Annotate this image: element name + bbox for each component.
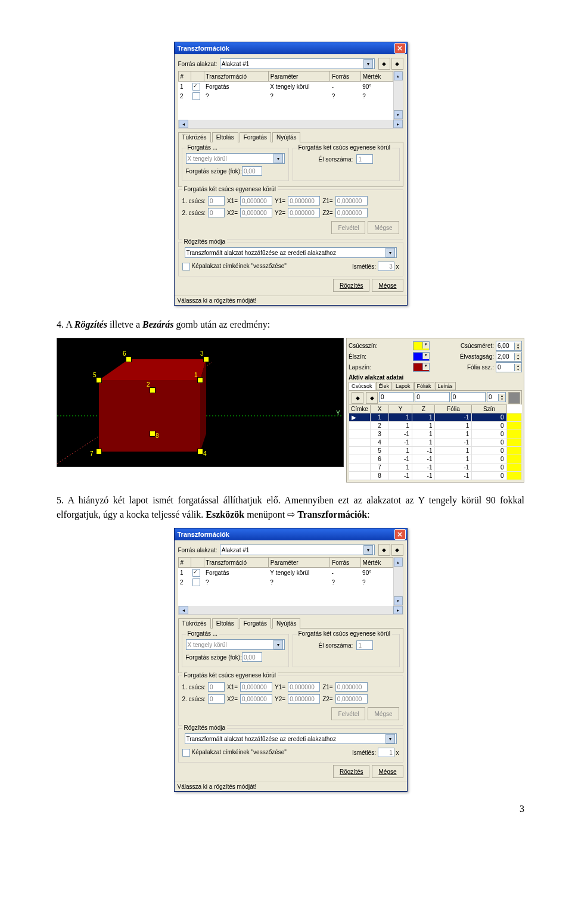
cancel-button[interactable]: Mégse	[368, 221, 399, 234]
add-button[interactable]: Felvétel	[331, 707, 365, 720]
tab-desc[interactable]: Leírás	[435, 382, 456, 390]
table-row[interactable]: 2 ? ? ? ?	[178, 91, 393, 101]
axis-y-label: Y	[336, 410, 340, 416]
foil-index-spinner[interactable]: 0▴▾	[496, 362, 522, 372]
color-cell[interactable]	[508, 392, 520, 404]
table-row: 4-11-10	[349, 438, 522, 447]
rotate-group: Forgatás ... X tengely körül ▾ Forgatás …	[182, 148, 289, 181]
svg-marker-3	[99, 359, 206, 380]
chevron-down-icon: ▾	[422, 363, 429, 370]
chevron-down-icon: ▾	[273, 154, 283, 163]
tab-vertices[interactable]: Csúcsok	[349, 382, 375, 390]
vertices-table[interactable]: CímkeXYZFóliaSzín ▶111-10 21110 3-1110 4…	[349, 405, 522, 480]
titlebar[interactable]: Transzformációk	[175, 528, 407, 540]
rotate-2vertex-group: Forgatás két csúcs egyenese körül Él sor…	[293, 148, 400, 181]
table-row[interactable]: 2 ? ? ? ?	[178, 577, 393, 587]
table-row: 51-110	[349, 447, 522, 455]
checkbox-icon[interactable]	[182, 749, 190, 757]
chevron-down-icon: ▾	[386, 248, 395, 257]
tab-mirror[interactable]: Tükrözés	[178, 618, 211, 629]
close-icon[interactable]	[394, 529, 406, 540]
edge-width-spinner[interactable]: 2,00▴▾	[496, 351, 522, 362]
nav-down-icon[interactable]: ◆	[366, 392, 378, 404]
scrollbar-vertical[interactable]: ▴▾	[393, 557, 403, 606]
table-row: 21110	[349, 422, 522, 430]
active-shape-title: Aktív alakzat adatai	[349, 374, 522, 381]
add-button[interactable]: Felvétel	[331, 221, 365, 234]
tab-mirror[interactable]: Tükrözés	[178, 132, 211, 142]
checkbox-icon[interactable]	[192, 569, 200, 577]
fix-button[interactable]: Rögzítés	[333, 279, 369, 292]
arrow-up-button[interactable]: ◆	[378, 58, 390, 70]
tab-scale[interactable]: Nyújtás	[272, 132, 300, 142]
tab-faces[interactable]: Lapok	[393, 382, 414, 390]
vertex-color-swatch[interactable]: ▾	[413, 341, 430, 350]
fix-button[interactable]: Rögzítés	[333, 765, 369, 778]
properties-panel: Csúcsszín: ▾ Csúcsméret: 6,00▴▾ Élszín: …	[346, 338, 524, 483]
arrow-down-button[interactable]: ◆	[391, 544, 403, 556]
face-color-swatch[interactable]: ▾	[413, 363, 430, 372]
scrollbar-horizontal[interactable]: ◂▸	[178, 605, 403, 615]
chevron-down-icon: ▾	[363, 545, 373, 555]
table-row: 6-1-110	[349, 455, 522, 463]
scrollbar-vertical[interactable]: ▴ ▾	[393, 71, 403, 120]
source-shape-label: Forrás alakzat:	[178, 61, 217, 67]
scroll-left-icon: ◂	[179, 120, 188, 128]
transforms-table[interactable]: # Transzformáció Paraméter Forrás Mérték…	[178, 71, 393, 120]
tab-foils[interactable]: Fóliák	[414, 382, 434, 390]
table-row: ▶111-10	[349, 413, 522, 422]
paragraph-5: 5. A hiányzó két lapot ismét forgatással…	[57, 493, 524, 522]
arrow-down-button[interactable]: ◆	[391, 58, 403, 70]
rotate-axis-combo[interactable]: X tengely körül ▾	[186, 153, 285, 164]
transform-tabs: Tükrözés Eltolás Forgatás Nyújtás	[178, 132, 403, 142]
edge-index-input[interactable]	[356, 154, 373, 164]
repeat-input[interactable]	[378, 262, 394, 271]
rotate-angle-input[interactable]	[242, 166, 262, 176]
vertex-size-spinner[interactable]: 6,00▴▾	[496, 341, 522, 351]
tab-translate[interactable]: Eltolás	[212, 132, 238, 142]
chevron-down-icon[interactable]: ▾	[363, 59, 373, 69]
tab-translate[interactable]: Eltolás	[212, 618, 238, 629]
fix-mode-group: Rögzítés módja Transzformált alakzat hoz…	[178, 242, 403, 276]
arrow-up-button[interactable]: ◆	[378, 544, 390, 556]
rotate-2vertex-coords: Forgatás két csúcs egyenese körül 1. csú…	[178, 189, 403, 239]
paragraph-4: 4. A Rögzítés illetve a Bezárás gomb utá…	[57, 318, 524, 332]
rotate-axis-combo[interactable]: X tengely körül ▾	[186, 639, 285, 650]
checkbox-icon[interactable]	[192, 92, 200, 100]
dialog-title: Transzformációk	[178, 531, 229, 538]
tab-rotate[interactable]: Forgatás	[240, 132, 271, 142]
scrollbar-horizontal[interactable]: ◂ ▸	[178, 119, 403, 129]
source-shape-combo[interactable]: Alakzat #1 ▾	[220, 58, 375, 69]
source-shape-combo[interactable]: Alakzat #1 ▾	[220, 545, 375, 555]
page-number: 3	[57, 804, 524, 814]
fix-mode-combo[interactable]: Transzformált alakzat hozzáfűzése az ere…	[185, 733, 397, 744]
nav-up-icon[interactable]: ◆	[352, 392, 363, 404]
tab-edges[interactable]: Élek	[376, 382, 393, 390]
close-button[interactable]: Mégse	[372, 279, 403, 292]
transforms-dialog-2: Transzformációk Forrás alakzat: Alakzat …	[174, 528, 408, 792]
dialog-title: Transzformációk	[178, 45, 229, 52]
table-row: 3-1110	[349, 430, 522, 438]
transforms-table[interactable]: # Transzformáció Paraméter Forrás Mérték…	[178, 557, 393, 606]
fix-mode-combo[interactable]: Transzformált alakzat hozzáfűzése az ere…	[185, 247, 397, 258]
tab-rotate[interactable]: Forgatás	[240, 618, 271, 629]
checkbox-icon[interactable]	[192, 83, 200, 91]
checkbox-icon[interactable]	[192, 578, 200, 586]
status-bar: Válassza ki a rögzítés módját!	[175, 782, 407, 791]
chevron-down-icon: ▾	[422, 353, 429, 359]
scroll-right-icon: ▸	[393, 120, 403, 128]
table-row[interactable]: 1 Forgatás Y tengely körül - 90°	[178, 568, 393, 578]
edge-color-swatch[interactable]: ▾	[413, 352, 430, 361]
titlebar[interactable]: Transzformációk	[175, 42, 407, 54]
scroll-up-icon: ▴	[394, 71, 403, 80]
table-row[interactable]: 1 Forgatás X tengely körül - 90°	[178, 82, 393, 92]
tab-scale[interactable]: Nyújtás	[272, 618, 300, 629]
table-row: 71-1-10	[349, 463, 522, 472]
repeat-input[interactable]	[378, 748, 394, 757]
checkbox-icon[interactable]	[182, 263, 190, 270]
3d-viewport[interactable]: Y 5 1 6 3 2 7 4 8	[57, 338, 344, 467]
close-icon[interactable]	[394, 43, 406, 54]
scroll-down-icon: ▾	[394, 110, 403, 119]
close-button[interactable]: Mégse	[372, 765, 403, 778]
cancel-button[interactable]: Mégse	[368, 707, 399, 720]
